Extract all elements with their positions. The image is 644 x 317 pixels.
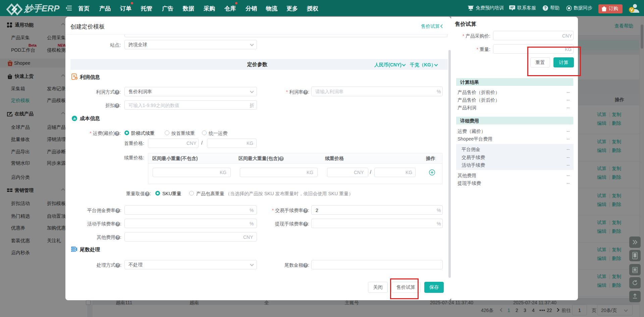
svg-text:?: ? xyxy=(634,268,636,271)
svg-text:V: V xyxy=(630,8,633,12)
